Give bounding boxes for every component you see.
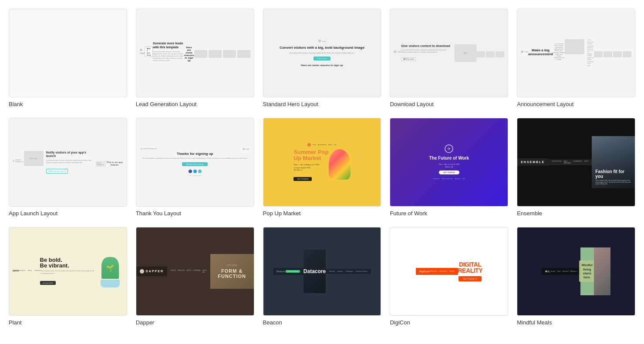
dapper-brand: DAPPER bbox=[146, 270, 164, 273]
future-icon: ⟳ bbox=[445, 144, 453, 153]
mindful-nav-links: RecipesDetoxNourishedMeditations bbox=[551, 271, 577, 272]
future-date: 10am – 3pm on June 12, 2019 bbox=[439, 164, 459, 165]
announcement-thumb-1 bbox=[594, 51, 603, 57]
mindful-brand: ML bbox=[545, 270, 551, 273]
thanks-nav-bar: add self background Logo bbox=[141, 148, 250, 150]
template-preview-app[interactable]: add self background IMG LINK Notify visi… bbox=[9, 118, 127, 207]
template-preview-digicon[interactable]: DigiCon SPEAKERSSCHEDULEVENUE DIGITALREA… bbox=[390, 227, 508, 316]
plant-cta: view products bbox=[40, 281, 56, 285]
ensemble-hero-text: Fashion fit for you bbox=[595, 169, 631, 179]
template-plant[interactable]: plant products about contact Be bold. Be… bbox=[9, 227, 127, 326]
template-preview-mindful[interactable]: ML RecipesDetoxNourishedMeditations Mind… bbox=[517, 227, 635, 316]
future-cta: GET TICKETS bbox=[439, 170, 459, 174]
hero-footer: Here are some reasons to sign up bbox=[301, 64, 343, 67]
template-label-download: Download Layout bbox=[390, 101, 508, 107]
beacon-hero: Datacore bbox=[303, 250, 326, 293]
template-preview-plant[interactable]: plant products about contact Be bold. Be… bbox=[9, 227, 127, 316]
announcement-thumb-4 bbox=[623, 51, 631, 57]
template-preview-blank[interactable] bbox=[9, 9, 127, 97]
popup-cta: GET TICKETS bbox=[293, 177, 312, 181]
popup-left: Summer PopUp Market 10am – 7pm on August… bbox=[293, 149, 328, 181]
template-preview-announcement[interactable]: Logo Make a big announcement Lorem ipsum… bbox=[517, 9, 635, 97]
future-link-learn: What you'll learn bbox=[442, 178, 453, 180]
future-link-speakers: Speakers bbox=[433, 178, 440, 180]
template-announcement[interactable]: Logo Make a big announcement Lorem ipsum… bbox=[517, 9, 635, 107]
future-title: The Future of Work bbox=[429, 156, 469, 161]
mindful-hero-right bbox=[594, 247, 610, 295]
template-label-dapper: Dapper bbox=[136, 319, 254, 326]
announcement-content: Lorem ipsum dolor sit amet, consectetur … bbox=[565, 39, 594, 67]
thanks-body: Use this template to say thanks to those… bbox=[142, 157, 248, 160]
template-label-mindful: Mindful Meals bbox=[517, 319, 635, 326]
template-label-future: Future of Work bbox=[390, 210, 508, 217]
template-thank-you[interactable]: add self background Logo Thanks for sign… bbox=[136, 118, 254, 217]
mindful-hero-left: Mindful livingstarts here. bbox=[580, 247, 594, 295]
template-preview-thanks[interactable]: add self background Logo Thanks for sign… bbox=[136, 118, 254, 207]
lead-thumb-4 bbox=[237, 50, 250, 58]
template-preview-ensemble[interactable]: ENSEMBLE COLLECTION NEW ARRIVALS LOOKBOO… bbox=[517, 118, 635, 207]
lead-nav-bar: Logo [Add a form here] bbox=[140, 47, 153, 57]
plant-left: Be bold. Be vibrant. This is a block of … bbox=[40, 257, 95, 285]
template-label-announcement: Announcement Layout bbox=[517, 101, 635, 107]
popup-date: 10am – 7pm on August 1st, 2020 bbox=[293, 164, 328, 166]
future-location: Atlanta, GA bbox=[445, 166, 453, 168]
plant-content: Be bold. Be vibrant. This is a block of … bbox=[40, 255, 123, 287]
thanks-social-row bbox=[189, 170, 202, 173]
thanks-title: Thanks for signing up bbox=[177, 152, 213, 156]
lead-body: Lorem ipsum dolor sit amet, consectetur … bbox=[153, 51, 184, 61]
thanks-cta: Another link to sign up bbox=[182, 162, 208, 166]
plant-body: This is a block of text. You can double … bbox=[40, 270, 95, 275]
template-ensemble[interactable]: ENSEMBLE COLLECTION NEW ARRIVALS LOOKBOO… bbox=[517, 118, 635, 217]
announcement-text-block: Lorem ipsum dolor sit amet, consectetur … bbox=[587, 39, 594, 67]
template-blank[interactable]: Blank bbox=[9, 9, 127, 107]
app-body: Lorem ipsum dolor sit amet, consectetur … bbox=[46, 160, 95, 164]
mindful-hero-box: Mindful livingstarts here. bbox=[579, 261, 595, 281]
dapper-est: EST. 2010 bbox=[227, 264, 237, 267]
popup-right bbox=[329, 149, 351, 180]
template-preview-popup[interactable]: Feed Artist Market Music Info Summer Pop… bbox=[263, 118, 381, 207]
template-preview-dapper[interactable]: DAPPER SHOESWALLETSBELTSEYEWEARSHOP ALL … bbox=[136, 227, 254, 316]
lead-footer: Here are some reasons to sign up bbox=[184, 46, 194, 62]
app-form-btn: [ Add your form here ] bbox=[46, 169, 68, 174]
app-image: IMG LINK bbox=[24, 151, 44, 166]
template-label-popup: Pop Up Market bbox=[263, 210, 381, 217]
ensemble-nav-bar: COLLECTION NEW ARRIVALS LOOKBOOK SHOP bbox=[548, 159, 592, 165]
template-app-launch[interactable]: add self background IMG LINK Notify visi… bbox=[9, 118, 127, 217]
template-mindful-meals[interactable]: ML RecipesDetoxNourishedMeditations Mind… bbox=[517, 227, 635, 326]
future-link-agenda: Agenda bbox=[455, 178, 460, 180]
beacon-top-bar: Beacon Present a Demo bbox=[273, 268, 303, 275]
plant-title2: Be vibrant. bbox=[40, 263, 95, 268]
download-nav-bar: Logo bbox=[394, 50, 401, 53]
mindful-hero: Mindful livingstarts here. bbox=[580, 247, 610, 295]
template-label-plant: Plant bbox=[9, 319, 127, 326]
template-download[interactable]: Logo Give visitors content to download L… bbox=[390, 9, 508, 107]
ensemble-nav-new-arrivals: NEW ARRIVALS bbox=[563, 160, 571, 164]
announcement-body: Lorem ipsum dolor sit amet, consectetur … bbox=[553, 43, 565, 60]
template-future-of-work[interactable]: ⟳ The Future of Work 10am – 3pm on June … bbox=[390, 118, 508, 217]
template-preview-hero[interactable]: Logo Convert visitors with a big, bold b… bbox=[263, 9, 381, 97]
thanks-footer: © Your Company Name bbox=[188, 175, 202, 177]
lead-nav-cta: [Add a form here] bbox=[145, 47, 153, 57]
download-content: Give visitors content to download Lorem … bbox=[401, 44, 476, 62]
template-preview-download[interactable]: Logo Give visitors content to download L… bbox=[390, 9, 508, 97]
ensemble-brand: ENSEMBLE bbox=[521, 160, 545, 164]
download-body: Lorem ipsum dolor sit amet, consectetur … bbox=[401, 49, 452, 53]
template-preview-future[interactable]: ⟳ The Future of Work 10am – 3pm on June … bbox=[390, 118, 508, 207]
template-dapper[interactable]: DAPPER SHOESWALLETSBELTSEYEWEARSHOP ALL … bbox=[136, 227, 254, 326]
digicon-nav-links: SPEAKERSSCHEDULEVENUE bbox=[429, 271, 455, 272]
download-thumb-2 bbox=[486, 51, 495, 57]
hero-cta: Call to action bbox=[314, 57, 330, 60]
template-preview-beacon[interactable]: Beacon Present a Demo Datacore BenefitsI… bbox=[263, 227, 381, 316]
template-lead-generation[interactable]: Logo [Add a form here] Generate more lea… bbox=[136, 9, 254, 107]
template-standard-hero[interactable]: Logo Convert visitors with a big, bold b… bbox=[263, 9, 381, 107]
lead-thumb-2 bbox=[209, 50, 222, 58]
app-title: Notify visitors of your app's launch bbox=[46, 151, 95, 158]
download-image: IMG bbox=[455, 44, 476, 62]
template-popup[interactable]: Feed Artist Market Music Info Summer Pop… bbox=[263, 118, 381, 217]
digicon-cta: GET TICKETS bbox=[459, 276, 482, 281]
template-label-thanks: Thank You Layout bbox=[136, 210, 254, 217]
plant-brand: plant bbox=[13, 269, 19, 272]
template-preview-lead[interactable]: Logo [Add a form here] Generate more lea… bbox=[136, 9, 254, 97]
template-digicon[interactable]: DigiCon SPEAKERSSCHEDULEVENUE DIGITALREA… bbox=[390, 227, 508, 326]
template-beacon[interactable]: Beacon Present a Demo Datacore BenefitsI… bbox=[263, 227, 381, 326]
